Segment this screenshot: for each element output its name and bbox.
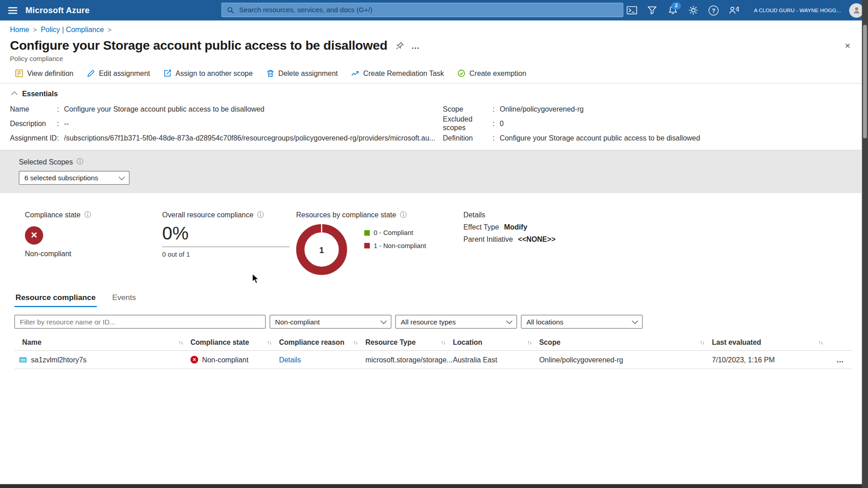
- info-icon: ⓘ: [257, 212, 264, 218]
- sort-icon[interactable]: ↑↓: [527, 339, 532, 345]
- essentials-row-scope: Scope Online/policygoverened-rg: [443, 102, 852, 116]
- column-header-compliance-state[interactable]: Compliance state↑↓: [190, 338, 279, 346]
- edit-assignment-button[interactable]: Edit assignment: [80, 67, 156, 80]
- essentials-value: Online/policygoverened-rg: [500, 105, 584, 113]
- compliance-state-dropdown-value: Non-compliant: [275, 318, 320, 325]
- info-icon: ⓘ: [400, 212, 406, 218]
- cell-compliance-reason: Details: [279, 356, 365, 364]
- overall-compliance-fraction: 0 out of 1: [162, 251, 296, 258]
- create-remediation-task-button[interactable]: Create Remediation Task: [345, 67, 450, 80]
- assign-scope-icon: [163, 69, 171, 77]
- command-label: Create exemption: [469, 69, 526, 77]
- close-icon[interactable]: ×: [845, 41, 850, 51]
- chevron-down-icon: [381, 318, 387, 324]
- essentials-collapse-toggle[interactable]: Essentials: [10, 87, 851, 102]
- column-header-location[interactable]: Location↑↓: [453, 338, 539, 346]
- essentials-label: Scope: [443, 105, 493, 113]
- chevron-down-icon: [632, 318, 638, 324]
- selected-scopes-dropdown[interactable]: 6 selected subscriptions: [19, 171, 130, 185]
- brand-title: Microsoft Azure: [25, 5, 90, 15]
- feedback-icon[interactable]: [726, 2, 742, 19]
- global-search[interactable]: [222, 3, 623, 17]
- locations-dropdown[interactable]: All locations: [521, 315, 642, 329]
- page-subtitle: Policy compliance: [0, 53, 861, 63]
- cell-name: sa1zvlml2htory7s: [14, 356, 190, 364]
- essentials-row-excluded-scopes: Excluded scopes 0: [443, 116, 852, 131]
- donut-notch: [321, 224, 322, 232]
- account-tenant-label[interactable]: A CLOUD GURU - WAYNE HOGG...: [754, 7, 841, 13]
- sort-icon[interactable]: ↑↓: [818, 339, 823, 345]
- resource-compliance-table: Name↑↓ Compliance state↑↓ Compliance rea…: [14, 333, 853, 369]
- essentials-right-column: Scope Online/policygoverened-rg Excluded…: [443, 102, 852, 145]
- vertical-scrollbar[interactable]: [862, 0, 868, 488]
- sort-icon[interactable]: ↑↓: [267, 339, 271, 345]
- scrollbar-thumb[interactable]: [863, 25, 867, 138]
- legend-label: 0 - Compliant: [374, 229, 413, 237]
- detail-row-parent-initiative: Parent Initiative <<NONE>>: [463, 235, 861, 243]
- notifications-icon[interactable]: 2: [664, 2, 681, 19]
- delete-assignment-button[interactable]: Delete assignment: [260, 67, 344, 80]
- avatar[interactable]: [849, 3, 863, 18]
- remediation-task-icon: [351, 69, 359, 77]
- create-exemption-button[interactable]: Create exemption: [451, 67, 533, 80]
- cell-compliance-state: Non-compliant: [190, 356, 279, 364]
- sort-icon[interactable]: ↑↓: [178, 339, 183, 345]
- chevron-down-icon: [506, 318, 513, 324]
- essentials-left-column: Name Configure your Storage account publ…: [10, 102, 443, 145]
- window-bottom-edge: [0, 484, 868, 488]
- essentials-value: Configure your Storage account public ac…: [64, 105, 264, 113]
- essentials-value: 0: [500, 119, 504, 127]
- details-link[interactable]: Details: [279, 356, 301, 364]
- column-header-resource-type[interactable]: Resource Type↑↓: [365, 338, 453, 346]
- essentials-row-name: Name Configure your Storage account publ…: [10, 102, 443, 116]
- more-options-icon[interactable]: …: [411, 41, 420, 51]
- selected-scopes-band: Selected Scopes ⓘ 6 selected subscriptio…: [0, 150, 861, 193]
- cloud-shell-icon[interactable]: [623, 2, 640, 19]
- search-input[interactable]: [238, 5, 618, 14]
- sort-icon[interactable]: ↑↓: [700, 339, 704, 345]
- details-title: Details: [463, 211, 486, 219]
- cell-location: Australia East: [453, 356, 539, 364]
- selected-scopes-label: Selected Scopes: [19, 158, 73, 166]
- compliance-progress-bar: [162, 246, 290, 247]
- resource-name[interactable]: sa1zvlml2htory7s: [31, 356, 87, 364]
- storage-account-icon: [19, 356, 27, 364]
- trash-icon: [266, 69, 274, 77]
- cell-scope: Online/policygoverened-rg: [539, 356, 712, 364]
- sort-icon[interactable]: ↑↓: [353, 339, 358, 345]
- column-header-scope[interactable]: Scope↑↓: [539, 338, 712, 346]
- view-definition-button[interactable]: View definition: [9, 67, 80, 80]
- policy-compliance-blade: HomePolicy | Compliance Configure your S…: [0, 20, 861, 369]
- essentials-label: Definition: [443, 134, 493, 142]
- assign-to-another-scope-button[interactable]: Assign to another scope: [157, 67, 259, 80]
- column-header-compliance-reason[interactable]: Compliance reason↑↓: [279, 338, 365, 346]
- settings-gear-icon[interactable]: [685, 2, 702, 19]
- chevron-up-icon: [11, 91, 18, 98]
- hamburger-menu-icon[interactable]: [0, 0, 25, 20]
- sort-icon[interactable]: ↑↓: [441, 339, 445, 345]
- exemption-check-icon: [457, 69, 465, 77]
- tab-events[interactable]: Events: [111, 289, 137, 307]
- column-header-name[interactable]: Name↑↓: [14, 338, 190, 346]
- compliance-state-dropdown[interactable]: Non-compliant: [269, 315, 391, 329]
- locations-dropdown-value: All locations: [526, 318, 563, 325]
- tab-resource-compliance[interactable]: Resource compliance: [14, 289, 97, 307]
- detail-row-effect-type: Effect Type Modify: [463, 223, 861, 231]
- column-header-last-evaluated[interactable]: Last evaluated↑↓: [712, 338, 830, 346]
- search-icon: [227, 6, 234, 14]
- resource-types-dropdown[interactable]: All resource types: [395, 315, 517, 329]
- command-label: View definition: [27, 69, 73, 77]
- breadcrumb-policy-link[interactable]: Policy | Compliance: [41, 25, 104, 33]
- legend-item-compliant: 0 - Compliant: [364, 229, 426, 237]
- directory-filter-icon[interactable]: [644, 2, 660, 19]
- resource-filter-input[interactable]: [14, 315, 266, 329]
- table-row[interactable]: sa1zvlml2htory7s Non-compliant Details m…: [14, 351, 853, 369]
- pin-icon[interactable]: [396, 42, 404, 50]
- details-widget: Details Effect Type Modify Parent Initia…: [463, 211, 861, 275]
- breadcrumb-home-link[interactable]: Home: [10, 25, 29, 33]
- notification-badge: 2: [671, 2, 681, 9]
- help-icon[interactable]: ?: [705, 2, 722, 19]
- row-more-options-icon[interactable]: …: [830, 356, 853, 364]
- compliance-donut-chart: 1: [296, 224, 347, 275]
- essentials-row-definition: Definition Configure your Storage accoun…: [443, 131, 852, 145]
